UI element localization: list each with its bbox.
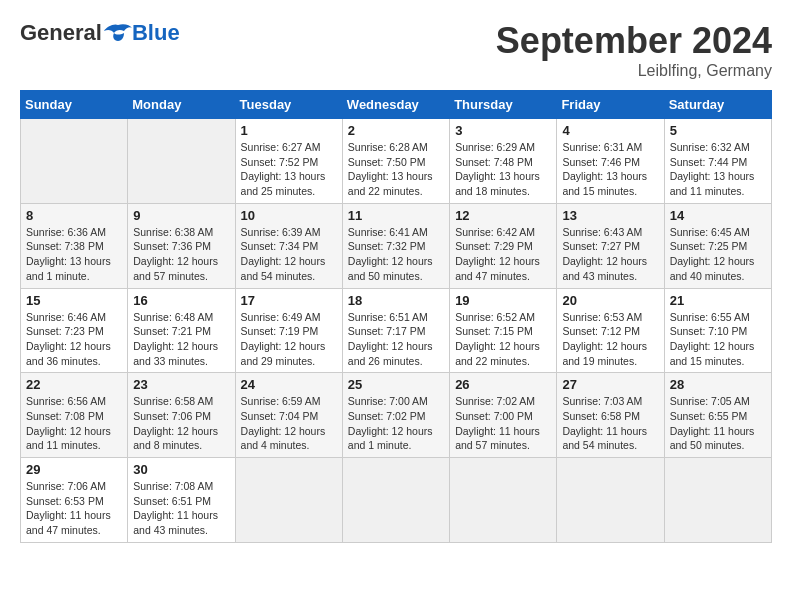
calendar-cell: 28Sunrise: 7:05 AMSunset: 6:55 PMDayligh… [664, 373, 771, 458]
day-info: Sunrise: 7:08 AMSunset: 6:51 PMDaylight:… [133, 479, 229, 538]
day-info: Sunrise: 6:27 AMSunset: 7:52 PMDaylight:… [241, 140, 337, 199]
day-number: 11 [348, 208, 444, 223]
calendar-day-header: Thursday [450, 91, 557, 119]
calendar-cell: 19Sunrise: 6:52 AMSunset: 7:15 PMDayligh… [450, 288, 557, 373]
calendar-week-row: 1Sunrise: 6:27 AMSunset: 7:52 PMDaylight… [21, 119, 772, 204]
day-number: 15 [26, 293, 122, 308]
calendar-cell [557, 458, 664, 543]
day-number: 28 [670, 377, 766, 392]
day-info: Sunrise: 6:45 AMSunset: 7:25 PMDaylight:… [670, 225, 766, 284]
day-info: Sunrise: 7:02 AMSunset: 7:00 PMDaylight:… [455, 394, 551, 453]
calendar-cell: 3Sunrise: 6:29 AMSunset: 7:48 PMDaylight… [450, 119, 557, 204]
logo: General Blue [20, 20, 180, 46]
day-number: 12 [455, 208, 551, 223]
page-header: General Blue September 2024 Leiblfing, G… [20, 20, 772, 80]
calendar-cell: 23Sunrise: 6:58 AMSunset: 7:06 PMDayligh… [128, 373, 235, 458]
day-number: 27 [562, 377, 658, 392]
day-info: Sunrise: 6:49 AMSunset: 7:19 PMDaylight:… [241, 310, 337, 369]
calendar-cell [450, 458, 557, 543]
day-info: Sunrise: 6:28 AMSunset: 7:50 PMDaylight:… [348, 140, 444, 199]
day-info: Sunrise: 6:31 AMSunset: 7:46 PMDaylight:… [562, 140, 658, 199]
day-info: Sunrise: 6:29 AMSunset: 7:48 PMDaylight:… [455, 140, 551, 199]
day-info: Sunrise: 6:39 AMSunset: 7:34 PMDaylight:… [241, 225, 337, 284]
logo-blue: Blue [132, 20, 180, 46]
day-info: Sunrise: 6:51 AMSunset: 7:17 PMDaylight:… [348, 310, 444, 369]
day-info: Sunrise: 6:46 AMSunset: 7:23 PMDaylight:… [26, 310, 122, 369]
day-info: Sunrise: 6:42 AMSunset: 7:29 PMDaylight:… [455, 225, 551, 284]
day-info: Sunrise: 6:56 AMSunset: 7:08 PMDaylight:… [26, 394, 122, 453]
day-info: Sunrise: 6:58 AMSunset: 7:06 PMDaylight:… [133, 394, 229, 453]
day-info: Sunrise: 7:03 AMSunset: 6:58 PMDaylight:… [562, 394, 658, 453]
calendar-week-row: 15Sunrise: 6:46 AMSunset: 7:23 PMDayligh… [21, 288, 772, 373]
month-title: September 2024 [496, 20, 772, 62]
day-info: Sunrise: 6:55 AMSunset: 7:10 PMDaylight:… [670, 310, 766, 369]
calendar-cell: 13Sunrise: 6:43 AMSunset: 7:27 PMDayligh… [557, 203, 664, 288]
calendar-table: SundayMondayTuesdayWednesdayThursdayFrid… [20, 90, 772, 543]
day-number: 5 [670, 123, 766, 138]
day-info: Sunrise: 6:32 AMSunset: 7:44 PMDaylight:… [670, 140, 766, 199]
day-number: 4 [562, 123, 658, 138]
calendar-cell: 5Sunrise: 6:32 AMSunset: 7:44 PMDaylight… [664, 119, 771, 204]
calendar-cell: 9Sunrise: 6:38 AMSunset: 7:36 PMDaylight… [128, 203, 235, 288]
calendar-cell [664, 458, 771, 543]
calendar-week-row: 22Sunrise: 6:56 AMSunset: 7:08 PMDayligh… [21, 373, 772, 458]
calendar-cell: 10Sunrise: 6:39 AMSunset: 7:34 PMDayligh… [235, 203, 342, 288]
calendar-body: 1Sunrise: 6:27 AMSunset: 7:52 PMDaylight… [21, 119, 772, 543]
day-number: 10 [241, 208, 337, 223]
day-number: 23 [133, 377, 229, 392]
calendar-cell: 12Sunrise: 6:42 AMSunset: 7:29 PMDayligh… [450, 203, 557, 288]
day-number: 18 [348, 293, 444, 308]
calendar-cell: 21Sunrise: 6:55 AMSunset: 7:10 PMDayligh… [664, 288, 771, 373]
day-number: 16 [133, 293, 229, 308]
calendar-day-header: Saturday [664, 91, 771, 119]
logo-general: General [20, 20, 102, 46]
day-info: Sunrise: 6:41 AMSunset: 7:32 PMDaylight:… [348, 225, 444, 284]
day-number: 26 [455, 377, 551, 392]
calendar-week-row: 29Sunrise: 7:06 AMSunset: 6:53 PMDayligh… [21, 458, 772, 543]
calendar-cell: 14Sunrise: 6:45 AMSunset: 7:25 PMDayligh… [664, 203, 771, 288]
day-number: 21 [670, 293, 766, 308]
day-number: 1 [241, 123, 337, 138]
calendar-day-header: Wednesday [342, 91, 449, 119]
calendar-cell: 24Sunrise: 6:59 AMSunset: 7:04 PMDayligh… [235, 373, 342, 458]
day-info: Sunrise: 7:06 AMSunset: 6:53 PMDaylight:… [26, 479, 122, 538]
logo-bird-icon [104, 23, 132, 43]
location-subtitle: Leiblfing, Germany [496, 62, 772, 80]
day-info: Sunrise: 6:48 AMSunset: 7:21 PMDaylight:… [133, 310, 229, 369]
calendar-week-row: 8Sunrise: 6:36 AMSunset: 7:38 PMDaylight… [21, 203, 772, 288]
calendar-cell [235, 458, 342, 543]
calendar-cell: 29Sunrise: 7:06 AMSunset: 6:53 PMDayligh… [21, 458, 128, 543]
day-number: 8 [26, 208, 122, 223]
day-info: Sunrise: 7:05 AMSunset: 6:55 PMDaylight:… [670, 394, 766, 453]
day-number: 3 [455, 123, 551, 138]
calendar-cell: 27Sunrise: 7:03 AMSunset: 6:58 PMDayligh… [557, 373, 664, 458]
day-number: 29 [26, 462, 122, 477]
day-info: Sunrise: 7:00 AMSunset: 7:02 PMDaylight:… [348, 394, 444, 453]
calendar-cell: 25Sunrise: 7:00 AMSunset: 7:02 PMDayligh… [342, 373, 449, 458]
day-info: Sunrise: 6:36 AMSunset: 7:38 PMDaylight:… [26, 225, 122, 284]
calendar-cell: 17Sunrise: 6:49 AMSunset: 7:19 PMDayligh… [235, 288, 342, 373]
calendar-cell: 11Sunrise: 6:41 AMSunset: 7:32 PMDayligh… [342, 203, 449, 288]
day-number: 19 [455, 293, 551, 308]
calendar-cell: 16Sunrise: 6:48 AMSunset: 7:21 PMDayligh… [128, 288, 235, 373]
day-number: 17 [241, 293, 337, 308]
day-number: 13 [562, 208, 658, 223]
calendar-cell [21, 119, 128, 204]
calendar-header-row: SundayMondayTuesdayWednesdayThursdayFrid… [21, 91, 772, 119]
day-info: Sunrise: 6:53 AMSunset: 7:12 PMDaylight:… [562, 310, 658, 369]
day-number: 30 [133, 462, 229, 477]
day-number: 20 [562, 293, 658, 308]
calendar-cell: 22Sunrise: 6:56 AMSunset: 7:08 PMDayligh… [21, 373, 128, 458]
calendar-cell: 4Sunrise: 6:31 AMSunset: 7:46 PMDaylight… [557, 119, 664, 204]
calendar-cell [128, 119, 235, 204]
day-number: 25 [348, 377, 444, 392]
calendar-cell: 26Sunrise: 7:02 AMSunset: 7:00 PMDayligh… [450, 373, 557, 458]
calendar-day-header: Friday [557, 91, 664, 119]
calendar-cell: 2Sunrise: 6:28 AMSunset: 7:50 PMDaylight… [342, 119, 449, 204]
day-info: Sunrise: 6:59 AMSunset: 7:04 PMDaylight:… [241, 394, 337, 453]
calendar-cell [342, 458, 449, 543]
day-info: Sunrise: 6:38 AMSunset: 7:36 PMDaylight:… [133, 225, 229, 284]
calendar-cell: 1Sunrise: 6:27 AMSunset: 7:52 PMDaylight… [235, 119, 342, 204]
day-number: 14 [670, 208, 766, 223]
day-number: 9 [133, 208, 229, 223]
